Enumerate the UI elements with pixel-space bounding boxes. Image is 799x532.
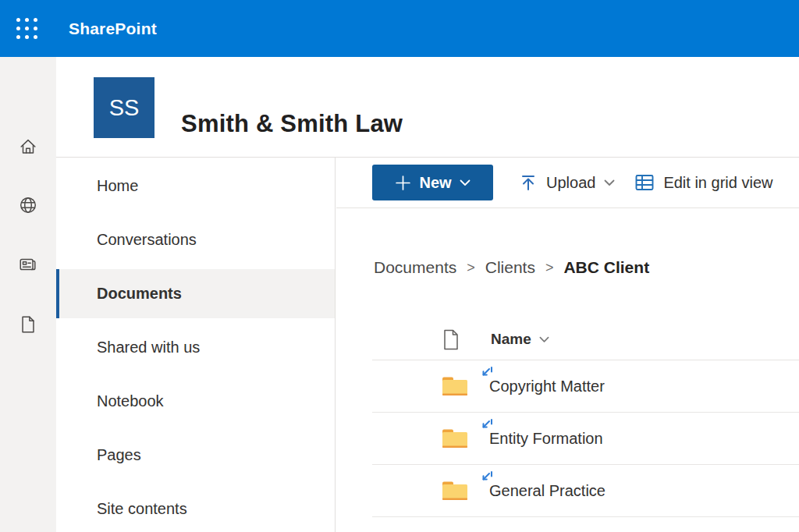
shortcut-arrow-icon <box>478 366 494 380</box>
document-icon[interactable] <box>18 314 38 335</box>
breadcrumb-documents[interactable]: Documents <box>374 258 456 277</box>
nav-item-shared-with-us[interactable]: Shared with us <box>56 323 335 372</box>
new-button[interactable]: New <box>372 165 493 200</box>
site-logo[interactable]: SS <box>94 77 154 138</box>
grid-view-icon <box>634 172 655 193</box>
chevron-down-icon <box>604 179 615 186</box>
shortcut-arrow-icon <box>478 470 494 484</box>
file-list-header: Name <box>336 326 799 353</box>
home-icon[interactable] <box>18 137 38 157</box>
chevron-down-icon <box>539 336 549 343</box>
nav-item-site-contents[interactable]: Site contents <box>56 484 335 532</box>
upload-icon <box>519 173 538 192</box>
site-left-nav: Home Conversations Documents Shared with… <box>56 158 336 532</box>
plus-icon <box>395 175 411 191</box>
name-column-header[interactable]: Name <box>491 331 549 348</box>
file-type-column-icon <box>442 329 460 350</box>
file-row-copyright-matter[interactable]: Copyright Matter <box>336 360 799 413</box>
folder-icon <box>441 375 469 398</box>
file-row-general-practice[interactable]: General Practice <box>336 465 799 517</box>
file-name: Copyright Matter <box>489 378 605 395</box>
command-bar: New Upload <box>336 158 799 208</box>
suite-top-bar: SharePoint <box>0 0 799 57</box>
file-name: Entity Formation <box>489 430 603 448</box>
nav-item-conversations[interactable]: Conversations <box>56 215 335 264</box>
sharepoint-brand-link[interactable]: SharePoint <box>69 0 157 57</box>
breadcrumb-clients[interactable]: Clients <box>485 258 535 277</box>
nav-item-documents[interactable]: Documents <box>56 269 335 318</box>
file-name: General Practice <box>489 482 605 500</box>
folder-icon <box>441 480 469 502</box>
news-icon[interactable] <box>18 254 38 275</box>
folder-icon <box>441 427 469 450</box>
breadcrumb: Documents > Clients > ABC Client <box>374 258 649 277</box>
site-title: Smith & Smith Law <box>181 57 403 138</box>
breadcrumb-current-abc-client: ABC Client <box>563 258 649 277</box>
nav-item-notebook[interactable]: Notebook <box>56 377 335 426</box>
globe-icon[interactable] <box>18 195 38 215</box>
shortcut-arrow-icon <box>478 418 494 432</box>
chevron-down-icon <box>460 179 471 186</box>
breadcrumb-separator: > <box>545 260 554 276</box>
app-launcher-waffle-icon[interactable] <box>16 18 38 40</box>
nav-item-home[interactable]: Home <box>56 161 335 211</box>
edit-in-grid-view-button[interactable]: Edit in grid view <box>634 172 772 193</box>
site-header: SS Smith & Smith Law <box>56 57 799 158</box>
left-app-rail <box>0 57 56 532</box>
file-list: Copyright Matter Entity Formation <box>336 360 799 517</box>
upload-button[interactable]: Upload <box>519 173 615 192</box>
nav-item-pages[interactable]: Pages <box>56 431 335 480</box>
breadcrumb-separator: > <box>467 260 475 276</box>
document-library-pane: New Upload <box>336 158 799 532</box>
file-row-entity-formation[interactable]: Entity Formation <box>336 413 799 465</box>
